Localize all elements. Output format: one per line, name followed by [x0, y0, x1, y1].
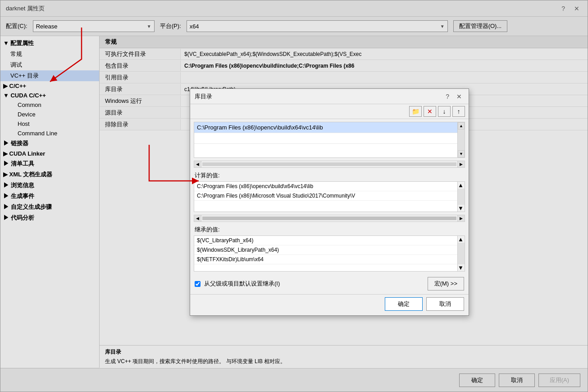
inherited-area: $(VC_LibraryPath_x64) $(WindowsSDK_Libra…: [194, 235, 465, 272]
macro-button[interactable]: 宏(M) >>: [428, 277, 464, 291]
lib-entry-empty[interactable]: [194, 133, 457, 144]
inherited-scroll-up[interactable]: ▲: [458, 236, 465, 243]
computed-row-1: C:\Program Files (x86)\Microsoft Visual …: [194, 191, 457, 201]
lib-entry-area: C:\Program Files (x86)\opencv\build\x64\…: [194, 122, 465, 158]
computed-label: 计算的值:: [190, 170, 469, 180]
lib-hscrollbar[interactable]: ◀ ▶: [194, 161, 465, 168]
computed-scroll-down[interactable]: ▼: [458, 205, 465, 212]
computed-scroll-right[interactable]: ▶: [457, 215, 465, 221]
lib-dialog-titlebar-buttons: ? ✕: [443, 92, 464, 101]
inherit-checkbox[interactable]: [195, 281, 201, 287]
inherited-label: 继承的值:: [190, 224, 469, 235]
lib-dialog-title: 库目录: [195, 92, 212, 101]
lib-up-button[interactable]: ↑: [452, 106, 465, 117]
lib-dialog-help-button[interactable]: ?: [443, 92, 451, 101]
lib-dialog-titlebar: 库目录 ? ✕: [190, 89, 469, 104]
lib-folder-button[interactable]: 📁: [409, 106, 422, 117]
lib-dialog-close-button[interactable]: ✕: [454, 92, 464, 101]
computed-scroll-left[interactable]: ◀: [194, 215, 201, 221]
inherit-checkbox-row: 从父级或项目默认设置继承(I) 宏(M) >>: [190, 274, 469, 293]
computed-hscrollbar[interactable]: ◀ ▶: [194, 215, 465, 222]
lib-down-button[interactable]: ↓: [438, 106, 451, 117]
computed-area: C:\Program Files (x86)\opencv\build\x64\…: [194, 181, 465, 212]
lib-scroll-down-icon[interactable]: ▼: [458, 150, 465, 157]
lib-scroll-up-icon[interactable]: ▲: [458, 122, 465, 129]
main-dialog: darknet 属性页 ? ✕ 配置(C): Release ▼ 平台(P): …: [0, 0, 588, 392]
computed-vscrollbar[interactable]: ▲ ▼: [457, 182, 465, 212]
lib-vscrollbar[interactable]: ▲ ▼: [457, 122, 465, 157]
lib-dialog-overlay: 库目录 ? ✕ 📁 ✕ ↓ ↑ C:\Program Files (x86)\o…: [0, 0, 588, 392]
inherited-vscrollbar[interactable]: ▲ ▼: [457, 236, 465, 271]
lib-toolbar: 📁 ✕ ↓ ↑: [190, 104, 469, 119]
lib-ok-button[interactable]: 确定: [385, 297, 423, 311]
lib-scroll-right-icon[interactable]: ▶: [457, 161, 465, 167]
computed-row-0: C:\Program Files (x86)\opencv\build\x64\…: [194, 182, 457, 191]
inherited-row-0: $(VC_LibraryPath_x64): [194, 236, 457, 245]
lib-dialog: 库目录 ? ✕ 📁 ✕ ↓ ↑ C:\Program Files (x86)\o…: [190, 88, 469, 316]
computed-scroll-up[interactable]: ▲: [458, 182, 465, 189]
inherit-checkbox-label: 从父级或项目默认设置继承(I): [204, 280, 280, 288]
lib-entry-0[interactable]: C:\Program Files (x86)\opencv\build\x64\…: [194, 122, 457, 133]
lib-cancel-button[interactable]: 取消: [426, 297, 464, 311]
lib-delete-button[interactable]: ✕: [424, 106, 436, 117]
lib-action-row: 确定 取消: [190, 294, 469, 315]
inherited-scroll-down[interactable]: ▼: [458, 264, 465, 271]
lib-scroll-left-icon[interactable]: ◀: [194, 161, 201, 167]
inherited-row-1: $(WindowsSDK_LibraryPath_x64): [194, 245, 457, 255]
inherited-row-2: $(NETFXKitsDir)Lib\um\x64: [194, 255, 457, 264]
